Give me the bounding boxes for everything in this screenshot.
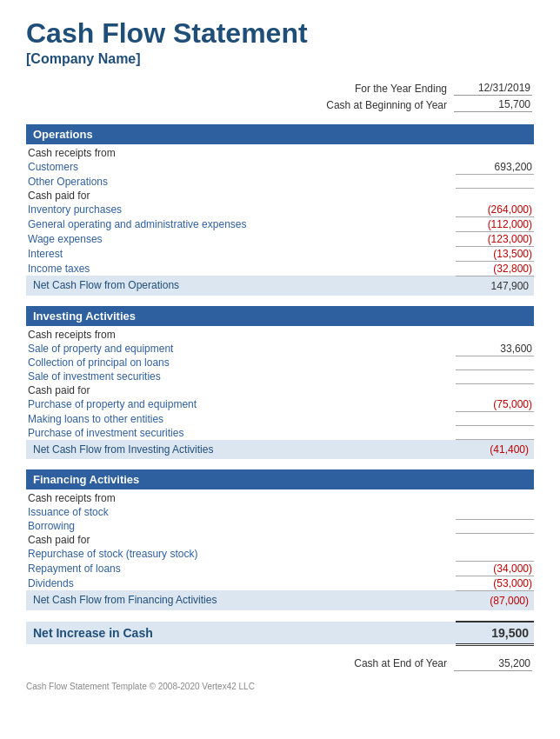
borrowing-label: Borrowing xyxy=(26,519,456,533)
financing-header: Financing Activities xyxy=(26,469,534,489)
company-name: [Company Name] xyxy=(26,51,534,67)
financing-table: Cash receipts from Issuance of stock Bor… xyxy=(26,491,534,610)
dividends-value: (53,000) xyxy=(456,576,534,590)
interest-value: (13,500) xyxy=(456,246,534,261)
repayment-value: (34,000) xyxy=(456,561,534,576)
year-value: 12/31/2019 xyxy=(454,81,532,96)
making-loans-label: Making loans to other entities xyxy=(26,412,456,426)
purchase-prop-label: Purchase of property and equipment xyxy=(26,397,456,412)
repurchase-value xyxy=(456,547,534,561)
general-label: General operating and administrative exp… xyxy=(26,216,456,231)
operations-paid-label: Cash paid for xyxy=(26,189,456,203)
net-increase-value: 19,500 xyxy=(456,622,534,645)
general-value: (112,000) xyxy=(456,216,534,231)
cash-end-label: Cash at End of Year xyxy=(28,656,452,671)
net-increase-table: Net Increase in Cash 19,500 xyxy=(26,621,534,646)
customers-label: Customers xyxy=(26,160,456,175)
sale-prop-label: Sale of property and equipment xyxy=(26,342,456,356)
customers-value: 693,200 xyxy=(456,160,534,175)
wage-label: Wage expenses xyxy=(26,231,456,246)
cash-beginning-label: Cash at Beginning of Year xyxy=(28,97,452,112)
cash-beginning-value: 15,700 xyxy=(454,97,532,112)
collection-value xyxy=(456,356,534,370)
financing-net-value: (87,000) xyxy=(456,590,534,610)
sale-invest-label: Sale of investment securities xyxy=(26,370,456,383)
repurchase-label: Repurchase of stock (treasury stock) xyxy=(26,547,456,561)
sale-prop-value: 33,600 xyxy=(456,342,534,356)
inventory-label: Inventory purchases xyxy=(26,203,456,217)
operations-table: Cash receipts from Customers 693,200 Oth… xyxy=(26,146,534,296)
cash-end-table: Cash at End of Year 35,200 xyxy=(26,655,534,673)
borrowing-value xyxy=(456,519,534,533)
investing-header: Investing Activities xyxy=(26,306,534,326)
financing-paid-label: Cash paid for xyxy=(26,533,456,547)
repayment-label: Repayment of loans xyxy=(26,561,456,576)
investing-receipts-label: Cash receipts from xyxy=(26,328,456,342)
operations-header: Operations xyxy=(26,124,534,144)
issuance-value xyxy=(456,505,534,519)
page-title: Cash Flow Statement xyxy=(26,17,534,50)
dividends-label: Dividends xyxy=(26,576,456,590)
investing-net-label: Net Cash Flow from Investing Activities xyxy=(26,440,456,460)
collection-label: Collection of principal on loans xyxy=(26,356,456,370)
footer-text: Cash Flow Statement Template © 2008-2020… xyxy=(26,682,534,691)
cash-end-value: 35,200 xyxy=(454,656,532,671)
financing-receipts-label: Cash receipts from xyxy=(26,491,456,505)
making-loans-value xyxy=(456,412,534,426)
investing-paid-label: Cash paid for xyxy=(26,383,456,397)
operations-net-label: Net Cash Flow from Operations xyxy=(26,276,456,296)
other-ops-label: Other Operations xyxy=(26,175,456,189)
purchase-invest-value xyxy=(456,426,534,440)
issuance-label: Issuance of stock xyxy=(26,505,456,519)
purchase-invest-label: Purchase of investment securities xyxy=(26,426,456,440)
wage-value: (123,000) xyxy=(456,231,534,246)
sale-invest-value xyxy=(456,370,534,383)
inventory-value: (264,000) xyxy=(456,203,534,217)
other-ops-value xyxy=(456,175,534,189)
income-tax-label: Income taxes xyxy=(26,261,456,276)
year-label: For the Year Ending xyxy=(28,81,452,96)
interest-label: Interest xyxy=(26,246,456,261)
operations-net-value: 147,900 xyxy=(456,276,534,296)
investing-net-value: (41,400) xyxy=(456,440,534,460)
financing-net-label: Net Cash Flow from Financing Activities xyxy=(26,590,456,610)
net-increase-label: Net Increase in Cash xyxy=(26,622,456,645)
income-tax-value: (32,800) xyxy=(456,261,534,276)
investing-table: Cash receipts from Sale of property and … xyxy=(26,328,534,460)
header-table: For the Year Ending 12/31/2019 Cash at B… xyxy=(26,79,534,114)
operations-receipts-label: Cash receipts from xyxy=(26,146,456,160)
purchase-prop-value: (75,000) xyxy=(456,397,534,412)
